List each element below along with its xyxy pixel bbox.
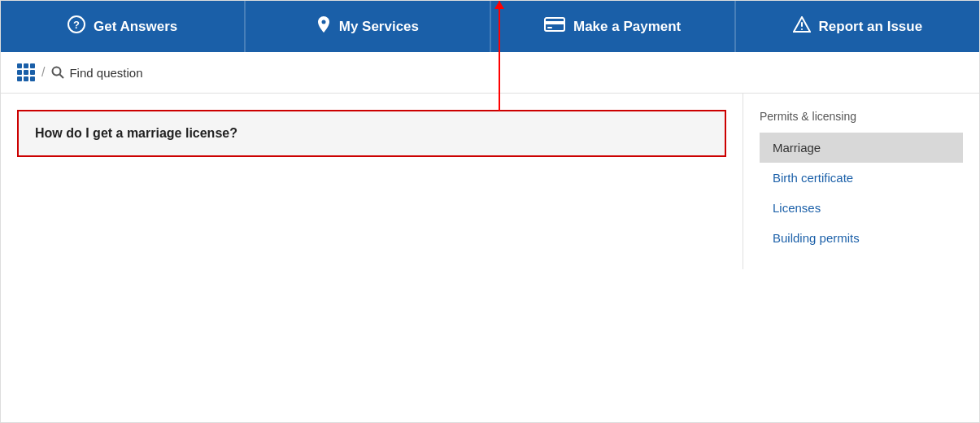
sidebar-item-licenses[interactable]: Licenses [760,193,963,223]
sidebar-licenses-label: Licenses [773,201,821,215]
nav-my-services[interactable]: My Services [246,1,490,52]
breadcrumb-separator: / [41,65,45,80]
svg-line-9 [60,75,64,79]
find-question-label: Find question [69,66,142,80]
svg-text:?: ? [73,19,80,31]
breadcrumb: / Find question [1,52,979,94]
sidebar-marriage-label: Marriage [773,141,821,155]
nav-get-answers[interactable]: ? Get Answers [1,1,246,52]
question-text: How do I get a marriage license? [35,126,237,140]
sidebar-category-title: Permits & licensing [760,110,963,123]
grid-icon[interactable] [17,63,35,81]
question-icon: ? [68,15,85,37]
right-panel: Permits & licensing Marriage Birth certi… [743,94,979,269]
nav-make-payment[interactable]: Make a Payment [491,1,736,52]
left-panel: How do I get a marriage license? [1,94,743,269]
svg-rect-5 [547,27,552,28]
svg-rect-7 [801,28,803,30]
sidebar-item-marriage[interactable]: Marriage [760,133,963,163]
page-container: ? Get Answers My Services [0,0,980,423]
svg-point-8 [53,68,61,76]
nav-bar: ? Get Answers My Services [1,1,979,52]
nav-my-services-label: My Services [339,19,419,35]
svg-point-2 [321,20,325,24]
sidebar-item-building-permits[interactable]: Building permits [760,223,963,253]
sidebar-building-permits-label: Building permits [773,231,860,245]
search-icon [51,66,64,79]
svg-rect-6 [801,22,803,27]
warning-icon [793,16,811,37]
question-box: How do I get a marriage license? [17,110,726,157]
find-question-search[interactable]: Find question [51,66,142,80]
main-content: How do I get a marriage license? Permits… [1,94,979,269]
red-arrow-indicator [499,1,500,111]
svg-rect-4 [545,21,564,24]
sidebar-birth-certificate-label: Birth certificate [773,171,853,185]
nav-get-answers-label: Get Answers [94,19,177,35]
nav-report-issue-label: Report an Issue [819,19,923,35]
location-icon [316,15,331,37]
payment-icon [544,16,565,37]
nav-make-payment-label: Make a Payment [573,19,681,35]
sidebar-item-birth-certificate[interactable]: Birth certificate [760,163,963,193]
nav-report-issue[interactable]: Report an Issue [736,1,979,52]
